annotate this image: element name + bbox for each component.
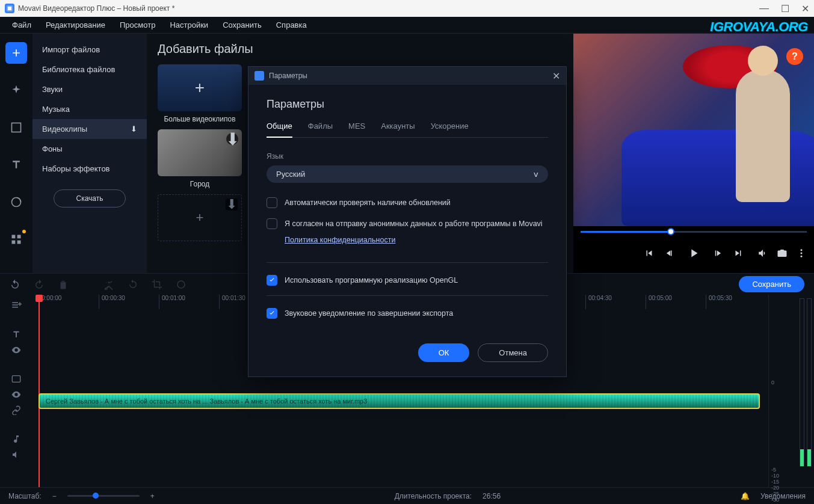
color-icon[interactable]: [176, 279, 187, 290]
sidebar-item-sounds[interactable]: Звуки: [32, 79, 147, 99]
zoom-slider[interactable]: [67, 495, 140, 497]
rail-more-icon[interactable]: [5, 229, 27, 250]
window-close-button[interactable]: ✕: [801, 3, 809, 14]
tab-acceleration[interactable]: Ускорение: [431, 121, 469, 137]
rail-titles-icon[interactable]: [5, 117, 27, 138]
menu-view[interactable]: Просмотр: [114, 18, 161, 32]
add-track-icon[interactable]: [11, 300, 22, 313]
eye-icon[interactable]: [11, 390, 21, 402]
crop-icon[interactable]: [152, 279, 162, 290]
preview-panel: ?: [573, 34, 814, 273]
sidebar-item-import[interactable]: Импорт файлов: [32, 40, 147, 60]
scrubber-knob[interactable]: [667, 228, 674, 235]
download-button[interactable]: Скачать: [54, 189, 126, 207]
skip-start-icon[interactable]: [644, 248, 655, 259]
text-track-icon[interactable]: [11, 330, 21, 342]
volume-icon[interactable]: [757, 248, 768, 259]
bell-icon[interactable]: 🔔: [741, 492, 750, 500]
redo-icon[interactable]: [34, 279, 45, 290]
menu-save[interactable]: Сохранить: [217, 18, 268, 32]
more-icon[interactable]: [796, 248, 807, 259]
meter-tick: -30: [771, 497, 812, 503]
cancel-label: Отмена: [499, 348, 527, 357]
dialog-close-button[interactable]: ✕: [552, 70, 560, 82]
ok-button[interactable]: ОК: [418, 343, 470, 362]
eye-icon[interactable]: [11, 345, 21, 357]
sidebar-item-label: Звуки: [42, 85, 63, 94]
rail-stickers-icon[interactable]: [5, 191, 27, 213]
download-icon: ⬇: [226, 133, 238, 145]
svg-point-11: [177, 281, 185, 288]
help-button[interactable]: ?: [786, 48, 803, 65]
tile-label: Город: [158, 180, 242, 188]
menu-help[interactable]: Справка: [270, 18, 313, 32]
download-button-label: Скачать: [76, 194, 103, 203]
snapshot-icon[interactable]: [777, 248, 788, 259]
menu-file[interactable]: Файл: [6, 18, 37, 32]
rail-import-icon[interactable]: [5, 42, 27, 64]
speaker-icon[interactable]: [11, 450, 21, 462]
language-select[interactable]: Русский ⅴ: [267, 165, 548, 183]
tile-city[interactable]: ⬇ Город: [158, 129, 242, 188]
preview-scrubber[interactable]: [573, 226, 814, 238]
menubar: Файл Редактирование Просмотр Настройки С…: [0, 17, 814, 34]
export-button[interactable]: Сохранить: [739, 276, 804, 292]
tile-label: Больше видеоклипов: [158, 115, 242, 123]
svg-rect-4: [12, 235, 16, 239]
rotate-icon[interactable]: [128, 279, 138, 290]
zoom-in-icon[interactable]: +: [150, 492, 155, 500]
svg-rect-2: [12, 123, 21, 132]
rail-text-icon[interactable]: [5, 154, 27, 176]
checkbox-analytics-label: Я согласен на отправку анонимных данных …: [285, 218, 543, 230]
rail-filters-icon[interactable]: [5, 79, 27, 101]
audio-clip[interactable]: Сергей Завьялов - А мне с тобой остаться…: [39, 393, 760, 409]
link-icon[interactable]: [11, 405, 21, 417]
dialog-app-icon: [254, 71, 264, 81]
window-minimize-button[interactable]: —: [759, 3, 769, 14]
add-clip-box[interactable]: +: [158, 64, 242, 111]
cancel-button[interactable]: Отмена: [478, 343, 548, 362]
cut-icon[interactable]: [103, 279, 114, 290]
meter-tick: -25: [771, 491, 812, 497]
dialog-heading: Параметры: [267, 98, 548, 111]
sidebar-item-videoclips[interactable]: Видеоклипы⬇: [32, 119, 147, 139]
sidebar-item-library[interactable]: Библиотека файлов: [32, 60, 147, 79]
tab-mes[interactable]: MES: [348, 121, 365, 137]
city-thumb[interactable]: ⬇: [158, 129, 242, 176]
privacy-link[interactable]: Политика конфиденциальности: [285, 236, 548, 244]
audio-track-lane[interactable]: Сергей Завьялов - А мне с тобой остаться…: [32, 391, 766, 411]
checkbox-analytics[interactable]: [267, 218, 277, 229]
menu-settings[interactable]: Настройки: [164, 18, 214, 32]
tab-general[interactable]: Общие: [267, 121, 292, 138]
frame-forward-icon[interactable]: [711, 248, 722, 259]
checkbox-sound[interactable]: [267, 308, 277, 319]
menu-edit[interactable]: Редактирование: [40, 18, 111, 32]
play-icon[interactable]: [687, 247, 700, 260]
sidebar-item-backgrounds[interactable]: Фоны: [32, 139, 147, 159]
language-label: Язык: [267, 152, 548, 161]
checkbox-updates[interactable]: [267, 197, 277, 208]
svg-point-10: [801, 256, 803, 257]
empty-tile[interactable]: +⬇: [158, 194, 242, 241]
audio-track-icon[interactable]: [11, 434, 21, 446]
tick: 00:00:30: [99, 295, 159, 309]
window-maximize-button[interactable]: ☐: [781, 3, 789, 14]
sidebar-item-music[interactable]: Музыка: [32, 99, 147, 119]
tab-files[interactable]: Файлы: [308, 121, 333, 137]
video-track-icon[interactable]: [11, 374, 21, 386]
frame-back-icon[interactable]: [665, 248, 676, 259]
preview-video[interactable]: [573, 34, 814, 226]
delete-icon[interactable]: [58, 279, 69, 290]
plus-icon: +: [195, 78, 205, 97]
export-button-label: Сохранить: [752, 280, 791, 289]
tile-add[interactable]: + Больше видеоклипов: [158, 64, 242, 123]
sidebar-item-effects[interactable]: Наборы эффектов: [32, 159, 147, 179]
zoom-knob[interactable]: [93, 493, 99, 499]
undo-icon[interactable]: [10, 279, 20, 290]
skip-end-icon[interactable]: [733, 248, 744, 259]
tab-accounts[interactable]: Аккаунты: [381, 121, 415, 137]
app-icon: [5, 4, 14, 13]
checkbox-opengl[interactable]: [267, 275, 277, 286]
duration-value: 26:56: [483, 492, 501, 500]
zoom-out-icon[interactable]: −: [52, 492, 57, 500]
